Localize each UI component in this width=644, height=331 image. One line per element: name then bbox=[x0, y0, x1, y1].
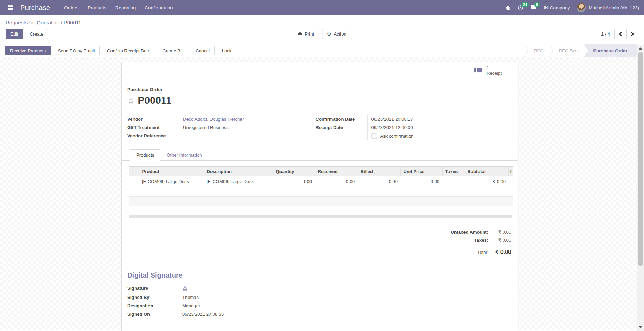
status-step-rfq-sent[interactable]: RFQ Sent bbox=[553, 44, 585, 57]
status-step-rfq[interactable]: RFQ bbox=[528, 44, 549, 57]
cancel-button[interactable]: Cancel bbox=[191, 46, 214, 55]
order-lines-list: Product Description Quantity Received Bi… bbox=[129, 166, 512, 206]
vendor-reference-label: Vendor Reference bbox=[127, 132, 179, 140]
tab-other-information[interactable]: Other Information bbox=[160, 149, 208, 161]
field-group-right: Confirmation Date 06/23/2021 20:08:17 Re… bbox=[316, 115, 513, 140]
designation-label: Designation bbox=[127, 302, 178, 310]
vendor-label: Vendor bbox=[127, 115, 179, 123]
digital-signature-heading: Digital Signature bbox=[127, 271, 512, 279]
cell-unit-price: 0.00 bbox=[400, 176, 442, 187]
pager-previous-button[interactable] bbox=[614, 29, 627, 39]
receipt-date-label: Receipt Date bbox=[316, 123, 367, 132]
column-product[interactable]: Product bbox=[139, 167, 204, 176]
field-group-left: Vendor Deco Addict, Douglas Fletcher GST… bbox=[127, 115, 316, 140]
order-line-row[interactable]: [E-COM09] Large Desk [E-COM09] Large Des… bbox=[129, 176, 513, 187]
untaxed-amount-value: ₹ 0.00 bbox=[488, 230, 511, 235]
signature-label: Signature bbox=[127, 284, 178, 293]
breadcrumb-parent-link[interactable]: Requests for Quotation bbox=[6, 20, 59, 25]
debug-bug-icon[interactable] bbox=[505, 5, 511, 10]
lock-button[interactable]: Lock bbox=[217, 46, 236, 55]
list-footer-bar bbox=[129, 215, 512, 218]
empty-list-row bbox=[129, 197, 513, 206]
scrollbar-down-arrow[interactable] bbox=[637, 324, 644, 330]
messages-chat-icon[interactable]: 6 bbox=[530, 5, 537, 10]
vendor-value-link[interactable]: Deco Addict, Douglas Fletcher bbox=[183, 116, 244, 122]
digital-signature-section: Digital Signature Signature bbox=[127, 271, 512, 331]
receipt-stat-button[interactable]: 1 Receipt bbox=[469, 62, 518, 78]
notebook-tabs: Products Other Information bbox=[122, 149, 518, 161]
menu-reporting[interactable]: Reporting bbox=[112, 3, 139, 12]
list-header-row: Product Description Quantity Received Bi… bbox=[129, 167, 513, 176]
breadcrumb-current: P00011 bbox=[64, 20, 82, 25]
receive-products-button[interactable]: Receive Products bbox=[5, 46, 51, 55]
column-subtotal[interactable]: Subtotal bbox=[465, 167, 508, 176]
create-bill-button[interactable]: Create Bill bbox=[158, 46, 188, 55]
message-count-badge[interactable]: 6 bbox=[534, 2, 540, 7]
scrollbar-up-arrow[interactable] bbox=[637, 45, 644, 52]
activities-clock-icon[interactable]: 24 bbox=[518, 5, 523, 11]
receipt-date-value: 06/23/2021 12:00:00 bbox=[367, 123, 504, 132]
column-received[interactable]: Received bbox=[315, 167, 358, 176]
tab-products[interactable]: Products bbox=[130, 149, 160, 161]
printer-icon bbox=[298, 32, 302, 36]
control-panel-buttons: Edit Create Print ⚙ Action 1 / 4 bbox=[6, 29, 638, 39]
control-panel: Requests for Quotation / P00011 Edit Cre… bbox=[0, 15, 644, 44]
edit-button[interactable]: Edit bbox=[6, 29, 23, 39]
receipt-label: Receipt bbox=[486, 70, 502, 76]
page-title: P00011 bbox=[138, 95, 171, 106]
favorite-star-icon[interactable]: ☆ bbox=[127, 96, 135, 105]
total-value: ₹ 0.00 bbox=[488, 249, 511, 255]
vendor-reference-value bbox=[179, 132, 316, 140]
action-button[interactable]: ⚙ Action bbox=[322, 29, 351, 39]
confirmation-date-label: Confirmation Date bbox=[316, 115, 367, 123]
apps-grid-icon[interactable] bbox=[5, 2, 15, 13]
navbar-systray: 24 6 IN Company Mitchell Admin (db_123) bbox=[505, 3, 639, 12]
download-icon[interactable] bbox=[182, 286, 188, 291]
step-separator-icon bbox=[549, 44, 553, 57]
menu-products[interactable]: Products bbox=[84, 3, 109, 12]
truck-icon bbox=[473, 67, 483, 74]
activity-count-badge[interactable]: 24 bbox=[521, 2, 529, 7]
cell-quantity: 1.00 bbox=[273, 176, 315, 187]
cell-description: [E-COM09] Large Desk bbox=[204, 176, 273, 187]
totals-block: Untaxed Amount: ₹ 0.00 Taxes: ₹ 0.00 Tot… bbox=[443, 228, 511, 257]
cell-billed: 0.00 bbox=[358, 176, 400, 187]
menu-orders[interactable]: Orders bbox=[61, 3, 82, 12]
column-taxes[interactable]: Taxes bbox=[442, 167, 465, 176]
column-quantity[interactable]: Quantity bbox=[273, 167, 315, 176]
status-step-purchase-order[interactable]: Purchase Order bbox=[584, 44, 637, 57]
designation-value: Manager bbox=[178, 302, 512, 310]
ask-confirmation-label: Ask confirmation bbox=[380, 134, 414, 139]
pager-counter: 1 / 4 bbox=[601, 31, 610, 37]
print-button[interactable]: Print bbox=[293, 29, 319, 39]
confirmation-date-value: 06/23/2021 20:08:17 bbox=[367, 115, 504, 123]
company-switcher[interactable]: IN Company bbox=[544, 5, 570, 10]
cell-subtotal: ₹ 0.00 bbox=[465, 176, 508, 187]
column-billed[interactable]: Billed bbox=[358, 167, 400, 176]
breadcrumb-separator: / bbox=[61, 20, 63, 25]
user-name: Mitchell Admin (db_123) bbox=[589, 5, 639, 10]
row-handle-cell bbox=[129, 176, 139, 187]
top-menu: Orders Products Reporting Configuration bbox=[61, 3, 176, 12]
field-groups: Vendor Deco Addict, Douglas Fletcher GST… bbox=[127, 115, 512, 140]
scrollbar-thumb[interactable] bbox=[638, 52, 643, 266]
ask-confirmation-checkbox[interactable] bbox=[371, 133, 377, 139]
cell-product: [E-COM09] Large Desk bbox=[139, 176, 204, 187]
send-po-by-email-button[interactable]: Send PO by Email bbox=[53, 46, 100, 55]
empty-list-row bbox=[129, 187, 513, 197]
create-button[interactable]: Create bbox=[25, 29, 48, 39]
column-unit-price[interactable]: Unit Price bbox=[400, 167, 442, 176]
optional-columns-kebab-icon[interactable]: ⋮ bbox=[508, 167, 513, 176]
app-brand[interactable]: Purchase bbox=[20, 4, 50, 12]
menu-configuration[interactable]: Configuration bbox=[141, 3, 176, 12]
user-menu[interactable]: Mitchell Admin (db_123) bbox=[577, 3, 639, 12]
cell-received: 0.00 bbox=[315, 176, 358, 187]
gst-treatment-value: Unregistered Business bbox=[179, 123, 316, 132]
step-separator-icon bbox=[524, 44, 528, 57]
column-description[interactable]: Description bbox=[204, 167, 273, 176]
form-view-content: 1 Receipt Purchase Order ☆ P00011 bbox=[0, 57, 644, 330]
confirm-receipt-date-button[interactable]: Confirm Receipt Date bbox=[102, 46, 155, 55]
vertical-scrollbar[interactable] bbox=[637, 45, 644, 331]
cell-taxes bbox=[442, 176, 465, 187]
pager-next-button[interactable] bbox=[626, 29, 638, 39]
